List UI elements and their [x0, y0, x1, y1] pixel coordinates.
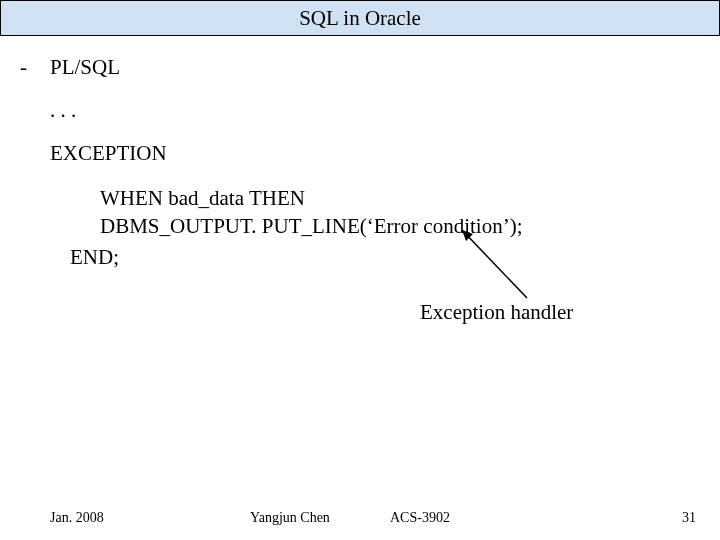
code-line-1: WHEN bad_data THEN	[100, 184, 700, 212]
footer-author: Yangjun Chen	[250, 510, 330, 526]
code-line-2: DBMS_OUTPUT. PUT_LINE(‘Error condition’)…	[100, 212, 700, 240]
annotation-label: Exception handler	[420, 300, 573, 325]
ellipsis-line: . . .	[50, 98, 700, 123]
title-bar: SQL in Oracle	[0, 0, 720, 36]
code-end: END;	[70, 245, 700, 270]
footer-course: ACS-3902	[390, 510, 450, 526]
slide-title: SQL in Oracle	[299, 6, 421, 31]
section-heading: PL/SQL	[50, 55, 120, 80]
bullet-line: - PL/SQL	[20, 55, 700, 80]
bullet-dash: -	[20, 55, 50, 80]
exception-keyword: EXCEPTION	[50, 141, 700, 166]
footer-date: Jan. 2008	[50, 510, 104, 526]
footer-page: 31	[682, 510, 696, 526]
slide-content: - PL/SQL . . . EXCEPTION WHEN bad_data T…	[20, 55, 700, 270]
